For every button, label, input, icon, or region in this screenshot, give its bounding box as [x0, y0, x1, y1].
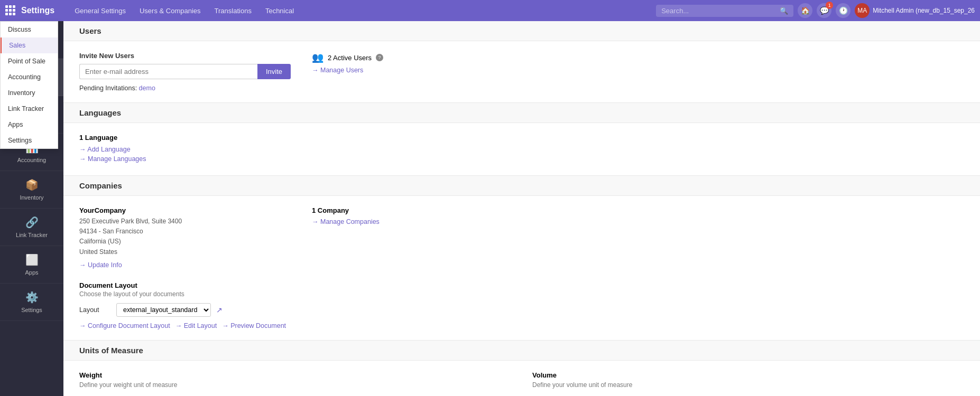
- sidebar-item-apps[interactable]: ⬜ Apps: [0, 246, 63, 284]
- menu-translations[interactable]: Translations: [208, 4, 258, 18]
- home-btn[interactable]: 🏠: [798, 3, 812, 18]
- search-input[interactable]: [661, 7, 780, 15]
- inventory-icon: 📦: [25, 178, 39, 191]
- add-language-link[interactable]: Add Language: [79, 146, 964, 153]
- uom-weight-block: Weight Define your weight unit of measur…: [79, 371, 511, 389]
- languages-section: 1 Language Add Language Manage Languages: [63, 123, 980, 176]
- menu-users-companies[interactable]: Users & Companies: [133, 4, 207, 18]
- invite-block: Invite New Users Invite Pending Invitati…: [79, 52, 291, 92]
- sidebar-label-apps: Apps: [25, 269, 38, 276]
- weight-desc: Define your weight unit of measure: [79, 381, 511, 389]
- users-section-header: Users: [63, 21, 980, 41]
- sidebar-item-inventory[interactable]: 📦 Inventory: [0, 171, 63, 209]
- companies-section: YourCompany 250 Executive Park Blvd, Sui…: [63, 196, 980, 341]
- dropdown-item-settings[interactable]: Settings: [1, 133, 58, 148]
- menu-general-settings[interactable]: General Settings: [68, 4, 132, 18]
- manage-languages-link[interactable]: Manage Languages: [79, 155, 964, 163]
- uom-row: Weight Define your weight unit of measur…: [79, 371, 964, 389]
- dropdown-item-sales[interactable]: Sales: [1, 37, 58, 53]
- uom-volume-block: Volume Define your volume unit of measur…: [532, 371, 964, 389]
- dropdown-menu: Discuss Sales Point of Sale Accounting I…: [0, 21, 58, 149]
- companies-row: YourCompany 250 Executive Park Blvd, Sui…: [79, 206, 964, 271]
- layout-row: Layout external_layout_standardlayout_bo…: [79, 303, 964, 317]
- nav-right: 🔍 🏠 💬 1 🕐 MA Mitchell Admin (new_db_15_s…: [656, 3, 975, 18]
- dropdown-item-inventory[interactable]: Inventory: [1, 85, 58, 101]
- sidebar-item-settings[interactable]: ⚙️ Settings: [0, 284, 63, 321]
- doc-layout-section: Document Layout Choose the layout of you…: [79, 281, 964, 329]
- info-icon[interactable]: ?: [376, 54, 383, 61]
- pending-demo-link[interactable]: demo: [139, 84, 155, 92]
- edit-layout-link[interactable]: Edit Layout: [175, 322, 217, 329]
- active-users-count: 2 Active Users: [328, 54, 372, 62]
- layout-select[interactable]: external_layout_standardlayout_boxedlayo…: [116, 303, 211, 317]
- manage-users-link[interactable]: Manage Users: [312, 67, 396, 74]
- apps-icon: ⬜: [25, 253, 39, 266]
- nav-left: Settings General Settings Users & Compan…: [5, 4, 300, 18]
- sidebar-label-inventory: Inventory: [20, 194, 43, 201]
- manage-companies-link[interactable]: Manage Companies: [312, 218, 380, 225]
- apps-grid-icon[interactable]: [5, 5, 16, 16]
- invite-email-input[interactable]: [79, 64, 257, 79]
- dropdown-item-pos[interactable]: Point of Sale: [1, 53, 58, 69]
- user-avatar-btn[interactable]: MA Mitchell Admin (new_db_15_sep_26: [855, 3, 975, 18]
- uom-section: Weight Define your weight unit of measur…: [63, 361, 980, 396]
- volume-title: Volume: [532, 371, 964, 379]
- preview-doc-link[interactable]: Preview Document: [222, 322, 286, 329]
- sidebar-item-link-tracker[interactable]: 🔗 Link Tracker: [0, 209, 63, 246]
- users-row: Invite New Users Invite Pending Invitati…: [79, 52, 964, 92]
- external-link-icon[interactable]: ↗: [216, 306, 223, 314]
- active-users-row: 👥 2 Active Users ?: [312, 52, 396, 63]
- configure-layout-link[interactable]: Configure Document Layout: [79, 322, 170, 329]
- chat-btn[interactable]: 💬 1: [817, 3, 831, 18]
- pending-label: Pending Invitations: demo: [79, 84, 291, 92]
- invite-title: Invite New Users: [79, 52, 291, 60]
- dropdown-item-accounting[interactable]: Accounting: [1, 69, 58, 85]
- companies-section-header: Companies: [63, 176, 980, 196]
- users-title: Users: [79, 26, 101, 35]
- avatar-icon: MA: [855, 3, 870, 18]
- top-nav: Settings General Settings Users & Compan…: [0, 0, 980, 21]
- sidebar-label-accounting: Accounting: [17, 157, 46, 163]
- sidebar-label-settings: Settings: [21, 307, 42, 313]
- lang-block: 1 Language Add Language Manage Languages: [79, 134, 964, 163]
- weight-title: Weight: [79, 371, 511, 379]
- uom-section-header: Units of Measure: [63, 341, 980, 361]
- lang-count: 1 Language: [79, 134, 964, 142]
- main-content: Users Invite New Users Invite Pending In…: [63, 21, 980, 396]
- volume-desc: Define your volume unit of measure: [532, 381, 964, 389]
- link-tracker-icon: 🔗: [25, 216, 39, 229]
- dropdown-item-apps[interactable]: Apps: [1, 117, 58, 133]
- languages-title: Languages: [79, 108, 121, 117]
- invite-button[interactable]: Invite: [257, 64, 291, 79]
- languages-section-header: Languages: [63, 103, 980, 123]
- settings-icon: ⚙️: [25, 291, 39, 304]
- sidebar-label-link-tracker: Link Tracker: [16, 232, 48, 238]
- layout-label: Layout: [79, 306, 111, 314]
- user-name: Mitchell Admin (new_db_15_sep_26: [873, 7, 975, 14]
- company-count-block: 1 Company Manage Companies: [312, 206, 396, 271]
- company-count: 1 Company: [312, 206, 396, 214]
- search-bar[interactable]: 🔍: [656, 5, 793, 17]
- doc-layout-title: Document Layout: [79, 281, 964, 289]
- users-group-icon: 👥: [312, 52, 323, 63]
- menu-technical[interactable]: Technical: [259, 4, 300, 18]
- search-icon: 🔍: [780, 7, 788, 15]
- dropdown-item-link-tracker[interactable]: Link Tracker: [1, 101, 58, 117]
- doc-layout-desc: Choose the layout of your documents: [79, 290, 964, 298]
- companies-title: Companies: [79, 181, 122, 190]
- company-address: 250 Executive Park Blvd, Suite 3400 9413…: [79, 216, 291, 257]
- layout-actions: Configure Document Layout Edit Layout Pr…: [79, 322, 964, 329]
- clock-btn[interactable]: 🕐: [836, 3, 850, 18]
- app-title: Settings: [21, 6, 54, 15]
- active-users-block: 👥 2 Active Users ? Manage Users: [312, 52, 396, 74]
- dropdown-item-discuss[interactable]: Discuss: [1, 22, 58, 37]
- invite-row: Invite: [79, 64, 291, 79]
- company-block: YourCompany 250 Executive Park Blvd, Sui…: [79, 206, 291, 271]
- company-name: YourCompany: [79, 206, 291, 214]
- uom-title: Units of Measure: [79, 346, 143, 355]
- chat-badge: 1: [826, 2, 833, 9]
- top-nav-menu: General Settings Users & Companies Trans…: [68, 4, 300, 18]
- users-section: Invite New Users Invite Pending Invitati…: [63, 41, 980, 103]
- update-info-link[interactable]: Update Info: [79, 261, 291, 269]
